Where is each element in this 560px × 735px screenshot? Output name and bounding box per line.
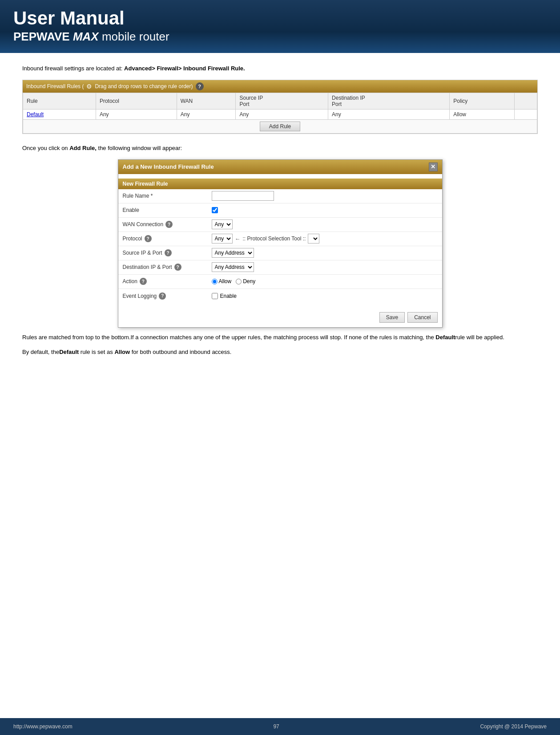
form-row-action: Action ? Allow Deny: [118, 275, 442, 289]
add-rule-row: Add Rule: [23, 120, 537, 134]
label-protocol-text: Protocol: [123, 236, 142, 242]
label-rule-name: Rule Name *: [118, 190, 207, 202]
label-enable-text: Enable: [123, 207, 139, 213]
form-row-protocol: Protocol ? Any ← :: Protocol Selection T…: [118, 232, 442, 246]
add-rule-before: Once you click on: [22, 145, 69, 151]
enable-checkbox[interactable]: [212, 207, 218, 213]
value-protocol: Any ← :: Protocol Selection Tool ::: [207, 232, 442, 245]
source-ip-help-icon[interactable]: ?: [165, 249, 172, 256]
action-allow-label[interactable]: Allow: [212, 278, 232, 284]
protocol-select[interactable]: Any: [212, 234, 233, 244]
event-logging-enable-text: Enable: [220, 293, 237, 299]
col-policy: Policy: [450, 93, 515, 110]
label-action-text: Action: [123, 278, 137, 284]
label-enable: Enable: [118, 204, 207, 216]
max-label: MAX: [73, 30, 99, 43]
brand-name: PEPWAVE: [13, 30, 70, 43]
modal-body: New Firewall Rule Rule Name * Enable: [118, 174, 442, 308]
intro-text-before: Inbound firewall settings are located at…: [22, 65, 124, 72]
action-radio-group: Allow Deny: [212, 278, 256, 284]
action-deny-radio[interactable]: [236, 279, 242, 284]
label-dest-ip: Destination IP & Port ?: [118, 261, 207, 273]
col-dest-ip: Destination IPPort: [328, 93, 450, 110]
cancel-button[interactable]: Cancel: [407, 312, 437, 323]
row-wan: Any: [177, 110, 236, 120]
action-deny-text: Deny: [243, 278, 255, 284]
action-help-icon[interactable]: ?: [140, 278, 147, 285]
subtitle-rest: mobile router: [102, 30, 169, 43]
value-wan: Any: [207, 218, 442, 231]
protocol-arrow-icon: ←: [235, 236, 241, 242]
protocol-help-icon[interactable]: ?: [145, 235, 152, 242]
form-row-event-logging: Event Logging ? Enable: [118, 289, 442, 303]
add-rule-after: the following window will appear:: [98, 145, 182, 151]
form-section-header: New Firewall Rule: [118, 179, 442, 189]
label-wan-text: WAN Connection: [123, 221, 164, 227]
para2-text2: rule is set as: [79, 349, 114, 355]
protocol-tool-select[interactable]: [308, 234, 319, 244]
para1-bold: Default: [435, 334, 455, 341]
page-footer: http://www.pepwave.com 97 Copyright @ 20…: [0, 718, 560, 735]
label-wan: WAN Connection ?: [118, 218, 207, 231]
row-dest-ip: Any: [328, 110, 450, 120]
col-wan: WAN: [177, 93, 236, 110]
rule-name-input[interactable]: [212, 191, 274, 201]
value-source-ip: Any Address: [207, 246, 442, 260]
modal-close-button[interactable]: ✕: [429, 162, 438, 171]
row-source-ip: Any: [236, 110, 328, 120]
add-rule-cell: Add Rule: [23, 120, 537, 134]
para2-text3: for both outbound and inbound access.: [130, 349, 231, 355]
manual-title: User Manual: [13, 8, 547, 28]
event-logging-help-icon[interactable]: ?: [159, 292, 166, 300]
intro-paragraph: Inbound firewall settings are located at…: [22, 64, 538, 73]
paragraph1: Rules are matched from top to the bottom…: [22, 333, 538, 342]
footer-url[interactable]: http://www.pepwave.com: [13, 723, 73, 730]
protocol-tool-text: :: Protocol Selection Tool ::: [243, 236, 306, 242]
firewall-rules-table: Rule Protocol WAN Source IPPort Destinat…: [23, 93, 537, 134]
label-protocol: Protocol ?: [118, 232, 207, 245]
manual-subtitle: PEPWAVE MAX mobile router: [13, 28, 547, 45]
value-action: Allow Deny: [207, 276, 442, 286]
modal-title: Add a New Inbound Firewall Rule: [123, 163, 214, 170]
add-rule-button[interactable]: Add Rule: [260, 122, 300, 131]
row-rule: Default: [23, 110, 96, 120]
paragraph2: By default, theDefault rule is set as Al…: [22, 348, 538, 357]
save-button[interactable]: Save: [379, 312, 405, 323]
label-rule-name-text: Rule Name *: [123, 193, 153, 199]
page-header: User Manual PEPWAVE MAX mobile router: [0, 0, 560, 53]
firewall-header-drag-text: Drag and drop rows to change rule order): [95, 83, 193, 89]
add-rule-text: Once you click on Add Rule, the followin…: [22, 144, 538, 153]
col-source-ip: Source IPPort: [236, 93, 328, 110]
col-protocol: Protocol: [96, 93, 177, 110]
para2-text: By default, the: [22, 349, 59, 355]
firewall-header-title: Inbound Firewall Rules (: [26, 83, 84, 89]
para2-bold1: Default: [59, 349, 79, 355]
drag-icon: ⚙: [86, 83, 92, 90]
wan-help-icon[interactable]: ?: [165, 221, 173, 228]
row-policy: Allow: [450, 110, 515, 120]
value-rule-name: [207, 189, 442, 203]
table-help-icon[interactable]: ?: [196, 82, 204, 90]
action-allow-radio[interactable]: [212, 279, 218, 284]
wan-select[interactable]: Any: [212, 219, 233, 229]
form-row-wan: WAN Connection ? Any: [118, 218, 442, 232]
modal-dialog: Add a New Inbound Firewall Rule ✕ New Fi…: [118, 159, 443, 328]
label-event-logging-text: Event Logging: [123, 293, 157, 299]
action-deny-label[interactable]: Deny: [236, 278, 255, 284]
form-row-dest-ip: Destination IP & Port ? Any Address: [118, 260, 442, 275]
para1-text: Rules are matched from top to the bottom…: [22, 334, 435, 341]
form-row-enable: Enable: [118, 203, 442, 218]
form-row-rule-name: Rule Name *: [118, 189, 442, 203]
value-dest-ip: Any Address: [207, 260, 442, 274]
dest-ip-select[interactable]: Any Address: [212, 262, 254, 272]
event-logging-checkbox[interactable]: [212, 293, 218, 299]
dest-ip-help-icon[interactable]: ?: [174, 264, 181, 271]
para1-text2: rule will be applied.: [455, 334, 504, 341]
label-action: Action ?: [118, 275, 207, 288]
para2-bold2: Allow: [114, 349, 130, 355]
source-ip-select[interactable]: Any Address: [212, 248, 254, 258]
label-source-ip-text: Source IP & Port: [123, 250, 162, 256]
firewall-table-header: Inbound Firewall Rules ( ⚙ Drag and drop…: [23, 80, 537, 93]
col-actions: [515, 93, 537, 110]
label-event-logging: Event Logging ?: [118, 290, 207, 302]
